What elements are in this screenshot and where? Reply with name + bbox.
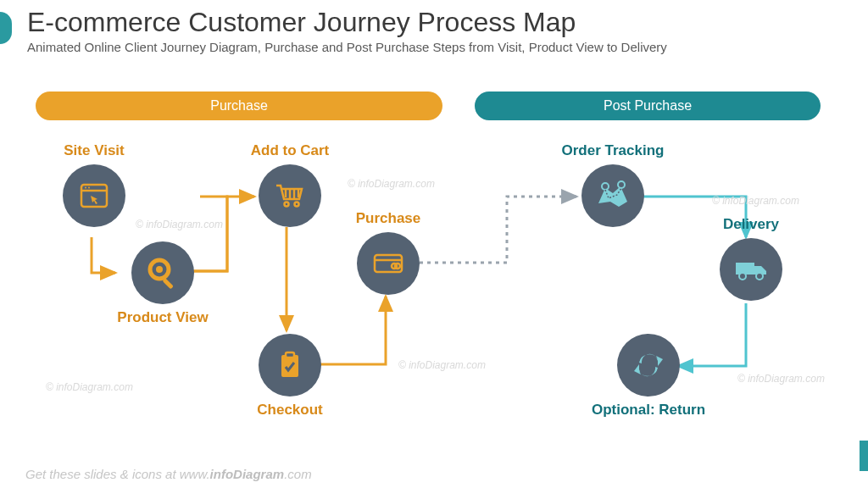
node-label: Checkout: [239, 402, 341, 419]
page-title: E-commerce Customer Journey Process Map: [27, 7, 841, 38]
watermark: © infoDiagram.com: [46, 381, 133, 393]
footer-prefix: Get these slides & icons at www.: [25, 467, 210, 481]
node-delivery: Delivery: [709, 216, 793, 301]
accent-right: [860, 441, 868, 471]
footer-brand: infoDiagram: [210, 467, 285, 481]
node-label: Site Visit: [47, 142, 141, 159]
node-return: Optional: Return: [585, 334, 712, 419]
svg-point-8: [295, 202, 299, 207]
svg-point-5: [156, 266, 163, 273]
svg-point-3: [88, 187, 90, 189]
footer-credit: Get these slides & icons at www.infoDiag…: [25, 467, 312, 481]
svg-point-20: [618, 181, 625, 188]
credit-card-icon: [357, 232, 420, 295]
svg-point-7: [285, 202, 289, 207]
section-pill-purchase: Purchase: [36, 92, 442, 120]
node-checkout: Checkout: [239, 334, 341, 419]
node-label: Purchase: [346, 210, 431, 227]
node-label: Optional: Return: [585, 402, 712, 419]
refresh-cycle-icon: [617, 334, 680, 396]
node-order-tracking: Order Tracking: [558, 142, 668, 227]
section-pill-post-purchase: Post Purchase: [475, 92, 821, 120]
node-label: Add to Cart: [239, 142, 341, 159]
footer-suffix: .com: [284, 467, 312, 481]
map-pins-icon: [581, 164, 644, 227]
node-add-to-cart: Add to Cart: [239, 142, 341, 227]
watermark: © infoDiagram.com: [737, 373, 825, 385]
svg-rect-14: [286, 352, 294, 358]
node-label: Order Tracking: [558, 142, 668, 159]
node-site-visit: Site Visit: [47, 142, 141, 227]
magnifier-eye-icon: [131, 241, 194, 304]
node-purchase: Purchase: [346, 210, 431, 295]
browser-cursor-icon: [63, 164, 125, 227]
shopping-cart-icon: [259, 164, 321, 227]
watermark: © infoDiagram.com: [398, 359, 486, 371]
svg-rect-6: [162, 278, 173, 289]
page-subtitle: Animated Online Client Journey Diagram, …: [27, 40, 841, 54]
node-product-view: Product View: [112, 241, 214, 326]
svg-point-22: [739, 273, 746, 280]
watermark: © infoDiagram.com: [712, 195, 799, 207]
watermark: © infoDiagram.com: [348, 178, 435, 190]
svg-point-19: [602, 183, 609, 190]
truck-icon: [720, 238, 782, 301]
accent-left: [0, 12, 12, 44]
section-label: Post Purchase: [604, 98, 692, 114]
watermark: © infoDiagram.com: [136, 219, 223, 230]
header: E-commerce Customer Journey Process Map …: [27, 7, 841, 54]
svg-rect-21: [736, 263, 754, 274]
node-label: Product View: [112, 309, 214, 326]
svg-point-23: [756, 273, 763, 280]
node-label: Delivery: [709, 216, 793, 233]
section-label: Purchase: [210, 98, 268, 114]
clipboard-check-icon: [259, 334, 321, 396]
svg-point-2: [85, 187, 86, 189]
